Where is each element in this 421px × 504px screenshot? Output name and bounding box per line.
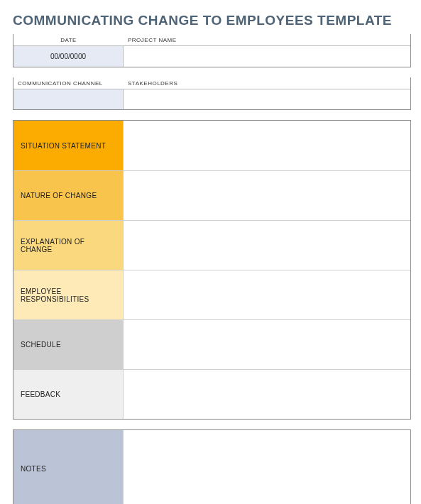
project-input[interactable] [124,46,410,67]
section-label: SITUATION STATEMENT [13,121,124,170]
section-input[interactable] [124,270,410,319]
section-feedback: FEEDBACK [13,369,410,419]
section-input[interactable] [124,171,410,220]
channel-header: COMMUNICATION CHANNEL [13,77,124,89]
date-input[interactable]: 00/00/0000 [13,46,124,67]
section-responsibilities: EMPLOYEE RESPONSIBILITIES [13,270,410,319]
section-label: SCHEDULE [13,320,124,369]
stakeholders-input[interactable] [124,89,410,109]
section-situation: SITUATION STATEMENT [13,121,410,170]
notes-input[interactable] [124,430,410,504]
notes-block: NOTES [13,429,411,504]
meta-block-1: DATE PROJECT NAME 00/00/0000 [13,34,411,67]
section-explanation: EXPLANATION OF CHANGE [13,220,410,270]
section-label: NATURE OF CHANGE [13,171,124,220]
stakeholders-header: STAKEHOLDERS [124,77,410,89]
section-input[interactable] [124,121,410,170]
meta-block-2: COMMUNICATION CHANNEL STAKEHOLDERS [13,77,411,110]
section-nature: NATURE OF CHANGE [13,170,410,220]
section-input[interactable] [124,221,410,270]
date-header: DATE [13,34,124,45]
section-label: FEEDBACK [13,370,124,419]
channel-input[interactable] [13,89,124,109]
section-label: EXPLANATION OF CHANGE [13,221,124,270]
section-schedule: SCHEDULE [13,319,410,369]
section-label: EMPLOYEE RESPONSIBILITIES [13,270,124,319]
notes-label: NOTES [13,430,124,504]
sections-block: SITUATION STATEMENT NATURE OF CHANGE EXP… [13,120,411,420]
page-title: COMMUNICATING CHANGE TO EMPLOYEES TEMPLA… [13,13,411,28]
section-input[interactable] [124,320,410,369]
project-header: PROJECT NAME [124,34,410,45]
section-input[interactable] [124,370,410,419]
